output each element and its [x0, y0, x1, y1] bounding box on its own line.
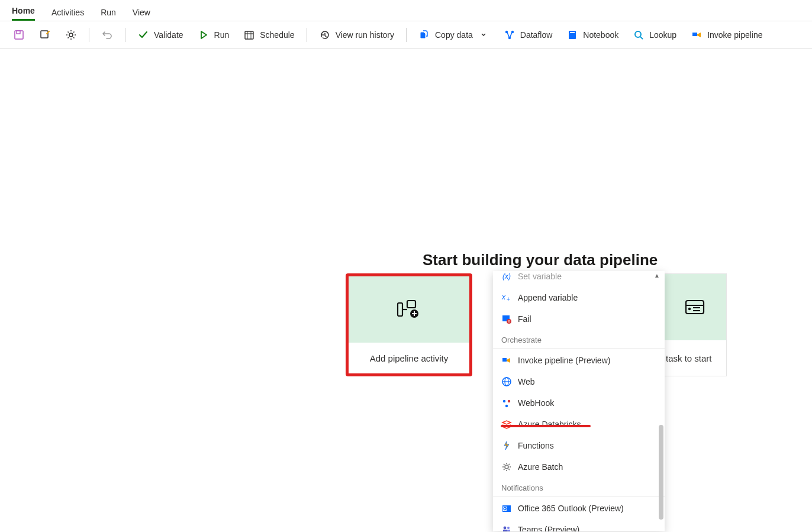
divider — [307, 28, 307, 42]
outlook-icon — [501, 503, 512, 514]
divider — [125, 28, 125, 42]
settings-button[interactable] — [59, 25, 83, 44]
validate-label: Validate — [154, 30, 183, 40]
svg-rect-15 — [692, 33, 697, 36]
functions-icon — [501, 440, 512, 451]
template-icon — [685, 298, 705, 316]
invoke-pipeline-button[interactable]: Invoke pipeline — [685, 25, 768, 44]
history-icon — [319, 29, 331, 41]
svg-rect-4 — [245, 31, 253, 39]
svg-point-13 — [635, 31, 641, 37]
notebook-label: Notebook — [583, 30, 618, 40]
schedule-label: Schedule — [260, 30, 294, 40]
svg-rect-12 — [570, 32, 575, 33]
menu-item-teams[interactable]: Teams (Preview) — [493, 519, 665, 531]
menu-item-web[interactable]: Web — [493, 371, 665, 392]
svg-point-34 — [508, 400, 510, 402]
menu-section-orchestrate: Orchestrate — [493, 330, 665, 349]
task-card-icon-area — [663, 274, 726, 340]
svg-point-35 — [505, 405, 508, 407]
svg-point-3 — [69, 33, 73, 37]
save-button[interactable] — [7, 25, 31, 44]
divider — [406, 28, 407, 42]
scroll-up-arrow-icon[interactable]: ▲ — [654, 272, 660, 279]
dataflow-button[interactable]: Dataflow — [498, 25, 558, 44]
svg-rect-43 — [507, 530, 510, 531]
menu-item-label: Teams (Preview) — [518, 525, 579, 531]
validate-button[interactable]: Validate — [131, 25, 189, 44]
svg-point-40 — [504, 527, 507, 530]
pipeline-add-icon — [397, 299, 421, 320]
teams-icon — [501, 524, 512, 531]
tab-run[interactable]: Run — [101, 8, 116, 21]
top-tabs: Home Activities Run View — [0, 0, 812, 21]
invoke-label: Invoke pipeline — [707, 30, 762, 40]
menu-scrollbar[interactable] — [659, 425, 663, 520]
menu-item-label: Web — [518, 377, 535, 386]
save-icon — [13, 29, 25, 41]
menu-item-append-variable[interactable]: x+ Append variable — [493, 287, 665, 308]
menu-item-label: Fail — [518, 314, 531, 324]
menu-item-functions[interactable]: Functions — [493, 435, 665, 456]
add-card-icon-area — [349, 276, 469, 343]
activity-dropdown-menu: ▲ (x) Set variable x+ Append variable — [493, 271, 665, 531]
lookup-label: Lookup — [649, 30, 676, 40]
copy-data-button[interactable]: Copy data — [413, 25, 495, 44]
menu-item-label: Azure Batch — [518, 462, 563, 472]
copy-data-icon — [418, 29, 430, 41]
menu-item-label: Functions — [518, 441, 554, 450]
undo-button[interactable] — [95, 25, 119, 44]
copy-data-label: Copy data — [435, 30, 473, 40]
gear-icon — [65, 29, 77, 41]
menu-item-fail[interactable]: Fail — [493, 308, 665, 330]
pipeline-canvas: Start building your data pipeline Add pi… — [0, 49, 812, 532]
menu-item-webhook[interactable]: WebHook — [493, 392, 665, 414]
menu-item-label: Set variable — [518, 272, 562, 281]
svg-rect-17 — [407, 301, 415, 308]
menu-item-invoke-pipeline[interactable]: Invoke pipeline (Preview) — [493, 350, 665, 371]
notebook-button[interactable]: Notebook — [560, 25, 624, 44]
tab-activities[interactable]: Activities — [51, 8, 84, 21]
svg-point-33 — [503, 400, 505, 402]
svg-rect-0 — [15, 31, 23, 39]
menu-item-label: WebHook — [518, 398, 554, 408]
invoke-icon — [501, 355, 512, 366]
svg-text:x: x — [501, 293, 506, 301]
fail-icon — [501, 314, 512, 324]
save-as-button[interactable] — [33, 25, 57, 44]
chevron-down-icon — [478, 29, 489, 41]
svg-text:(x): (x) — [502, 272, 511, 280]
dataflow-icon — [504, 29, 515, 41]
canvas-heading: Start building your data pipeline — [423, 251, 658, 269]
divider — [89, 28, 89, 42]
svg-rect-42 — [503, 530, 507, 531]
svg-point-36 — [505, 465, 508, 469]
webhook-icon — [501, 398, 512, 408]
svg-rect-16 — [398, 303, 402, 316]
choose-task-card[interactable]: task to start — [663, 273, 727, 376]
databricks-icon — [501, 419, 512, 430]
run-button[interactable]: Run — [192, 25, 236, 44]
view-run-history-button[interactable]: View run history — [313, 25, 400, 44]
menu-item-outlook[interactable]: Office 365 Outlook (Preview) — [493, 498, 665, 519]
menu-item-set-variable[interactable]: (x) Set variable — [493, 271, 665, 287]
lookup-button[interactable]: Lookup — [627, 25, 682, 44]
check-icon — [137, 29, 149, 41]
invoke-icon — [691, 29, 703, 41]
menu-item-label: Append variable — [518, 293, 578, 302]
calendar-icon — [243, 29, 255, 41]
append-variable-icon: x+ — [501, 292, 512, 303]
schedule-button[interactable]: Schedule — [237, 25, 300, 44]
menu-item-azure-databricks[interactable]: Azure Databricks — [493, 414, 665, 435]
run-label: Run — [214, 30, 230, 40]
svg-point-41 — [507, 527, 510, 529]
tab-view[interactable]: View — [133, 8, 150, 21]
highlight-underline — [501, 425, 591, 427]
menu-item-azure-batch[interactable]: Azure Batch — [493, 456, 665, 478]
menu-item-label: Azure Databricks — [518, 420, 581, 429]
svg-line-14 — [640, 37, 643, 39]
tab-home[interactable]: Home — [12, 6, 35, 21]
add-pipeline-activity-card[interactable]: Add pipeline activity — [346, 273, 472, 376]
batch-gear-icon — [501, 462, 512, 472]
undo-icon — [101, 29, 113, 41]
